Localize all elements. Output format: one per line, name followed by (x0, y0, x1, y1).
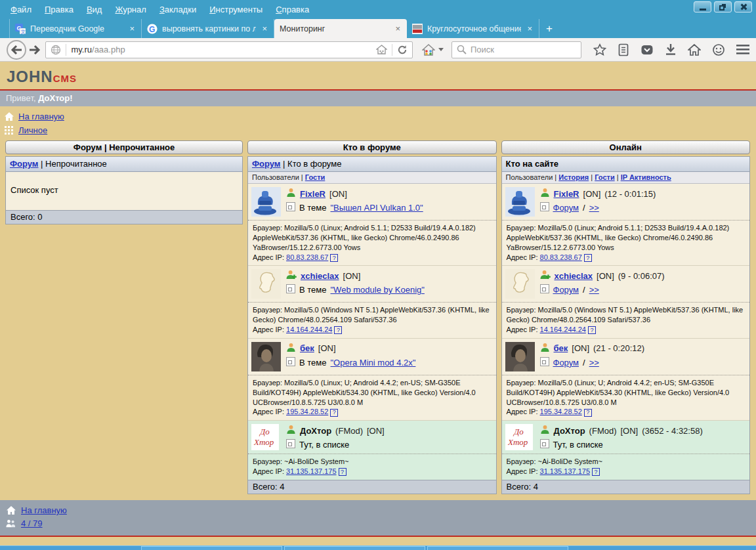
topic-link[interactable]: "Вышел API Vulkan 1.0" (331, 203, 423, 213)
search-bar[interactable]: Поиск (452, 41, 581, 58)
ip-info-link[interactable]: ? (588, 326, 596, 334)
ip-info-link[interactable]: ? (584, 409, 592, 417)
ip-info-link[interactable]: ? (330, 254, 338, 262)
users-icon (6, 519, 16, 528)
ip-link[interactable]: 80.83.238.67 (540, 253, 582, 261)
ip-link[interactable]: 195.34.28.52 (286, 408, 328, 415)
reload-button[interactable] (397, 45, 408, 55)
username-link[interactable]: FixleR (300, 189, 326, 199)
taskbar-window-button[interactable] (427, 546, 568, 550)
user-agent-info: Браузер: ~Ai-BoliDe System~Адрес IP: 31.… (502, 454, 750, 480)
user-activity-line: Форум / >> (540, 357, 645, 368)
ip-link[interactable]: 195.34.28.52 (540, 408, 582, 415)
url-bar[interactable]: my.ru/aaa.php (45, 41, 412, 58)
ip-link[interactable]: 14.164.244.24 (286, 326, 332, 333)
new-tab-button[interactable]: + (539, 21, 559, 37)
user-more-link[interactable]: >> (589, 358, 599, 368)
menu-bookmarks[interactable]: Закладки (153, 5, 203, 14)
tab-close-icon[interactable]: × (394, 24, 402, 33)
user-forum-link[interactable]: Форум (553, 358, 579, 368)
stamp-avatar[interactable] (251, 187, 281, 217)
photo-avatar[interactable] (505, 342, 535, 371)
user-forum-link[interactable]: Форум (553, 203, 579, 213)
ip-link[interactable]: 80.83.238.67 (286, 253, 328, 261)
forum-link[interactable]: Форум (10, 159, 38, 169)
back-button[interactable] (7, 40, 26, 60)
filter-link[interactable]: Гости (305, 173, 326, 181)
user-forum-link[interactable]: Форум (553, 285, 579, 295)
minimize-button[interactable] (694, 1, 711, 12)
photo-avatar[interactable] (251, 342, 281, 371)
ip-link[interactable]: 31.135.137.175 (540, 467, 590, 475)
ip-info-link[interactable]: ? (592, 468, 600, 476)
menu-items: ФайлПравкаВидЖурналЗакладкиИнструментыСп… (4, 5, 316, 14)
frame-icon (540, 284, 549, 295)
browser-tab[interactable]: Мониторинг× (274, 19, 407, 38)
reading-list-icon[interactable] (618, 43, 629, 56)
doctor-avatar[interactable]: ДоХтор (505, 424, 535, 450)
download-icon[interactable] (665, 43, 677, 56)
filter-bar: Пользователи | Гости (248, 172, 496, 184)
user-more-link[interactable]: >> (589, 203, 599, 213)
username-link[interactable]: xchieclax (301, 271, 339, 281)
tab-close-icon[interactable]: × (526, 24, 534, 33)
chevron-down-icon[interactable] (438, 48, 444, 51)
ip-link[interactable]: 14.164.244.24 (540, 326, 586, 333)
restore-button[interactable] (714, 1, 732, 12)
pocket-icon[interactable] (640, 44, 654, 56)
bookmark-star-icon[interactable] (593, 43, 606, 56)
forward-button[interactable] (26, 41, 43, 58)
menu-tools[interactable]: Инструменты (203, 5, 269, 14)
topic-link[interactable]: "Opera Mini mod 4.2x" (331, 358, 416, 368)
ip-info-link[interactable]: ? (584, 254, 592, 262)
ip-info-link[interactable]: ? (334, 326, 342, 334)
silhouette-avatar[interactable] (251, 269, 281, 299)
forum-link[interactable]: Форум (252, 159, 280, 169)
person-icon (286, 188, 296, 200)
close-icon (740, 3, 747, 11)
filter-link[interactable]: Гости (595, 173, 615, 181)
user-more-link[interactable]: >> (589, 285, 599, 295)
doctor-avatar[interactable]: ДоХтор (251, 424, 281, 450)
tab-close-icon[interactable]: × (128, 24, 136, 33)
hamburger-menu-icon[interactable] (736, 44, 749, 55)
browser-tab[interactable]: Gвыровнять картинки по ле...× (142, 19, 274, 38)
username-link[interactable]: бек (554, 343, 568, 353)
home-button-icon[interactable] (688, 44, 701, 56)
tab-close-icon[interactable]: × (261, 24, 268, 33)
ip-info-link[interactable]: ? (330, 409, 338, 417)
nav-home-link[interactable]: На главную (18, 112, 64, 121)
browser-tab[interactable]: Круглосуточное общение (...× (407, 19, 539, 38)
taskbar-window-button[interactable] (141, 546, 282, 550)
menu-file[interactable]: Файл (4, 5, 38, 14)
svg-text:Хтор: Хтор (253, 437, 274, 447)
silhouette-avatar[interactable] (505, 269, 535, 299)
filter-link[interactable]: История (558, 173, 589, 181)
filter-link[interactable]: IP Активность (621, 173, 671, 181)
chat-smiley-icon[interactable] (712, 43, 725, 56)
username-link[interactable]: бек (300, 343, 314, 353)
footer-online-counter-link[interactable]: 4 / 79 (21, 518, 43, 528)
menu-journal[interactable]: Журнал (108, 5, 152, 14)
menu-edit[interactable]: Правка (38, 5, 80, 14)
globe-icon (51, 45, 61, 55)
browser-tab[interactable]: G文Переводчик Google× (9, 19, 142, 38)
taskbar-window-button[interactable] (284, 546, 425, 550)
nav-personal-link[interactable]: Личное (18, 125, 47, 135)
menu-help[interactable]: Справка (269, 5, 316, 14)
extension-button[interactable] (422, 44, 444, 56)
windows-taskbar[interactable] (0, 545, 756, 550)
svg-text:До: До (513, 427, 524, 436)
menu-view[interactable]: Вид (80, 5, 109, 14)
ip-info-link[interactable]: ? (339, 468, 346, 476)
ip-label: Адрес IP: (253, 467, 286, 475)
footer-home-link[interactable]: На главную (21, 505, 67, 515)
topic-link[interactable]: "Web module by Koenig" (331, 285, 425, 295)
bookmark-home-icon[interactable] (376, 45, 387, 54)
ip-link[interactable]: 31.135.137.175 (286, 467, 336, 475)
username-link[interactable]: FixleR (554, 189, 579, 199)
username-link[interactable]: xchieclax (555, 271, 593, 281)
close-button[interactable] (734, 1, 752, 12)
stamp-avatar[interactable] (505, 187, 535, 217)
browser-string: Браузер: ~Ai-BoliDe System~ (507, 457, 746, 467)
